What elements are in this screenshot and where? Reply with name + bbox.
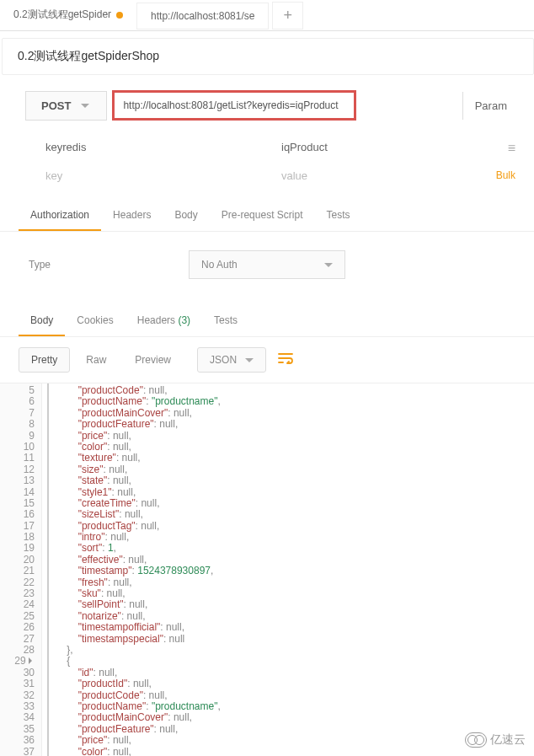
http-method-select[interactable]: POST (25, 91, 107, 121)
code-content[interactable]: "productCode": null, "productName": "pro… (47, 383, 534, 756)
response-code-view[interactable]: 5678910111213141516171819202122232425262… (0, 383, 534, 756)
param-value-placeholder[interactable]: value (281, 169, 496, 182)
http-method-label: POST (41, 99, 71, 112)
pretty-button[interactable]: Pretty (19, 347, 70, 373)
preview-button[interactable]: Preview (122, 347, 184, 373)
body-format-select[interactable]: JSON (197, 347, 266, 373)
auth-type-label: Type (29, 259, 189, 271)
tab-prerequest[interactable]: Pre-request Script (210, 201, 315, 231)
param-row-empty[interactable]: key value Bulk (45, 163, 515, 189)
resp-tab-body[interactable]: Body (19, 306, 65, 336)
line-gutter: 5678910111213141516171819202122232425262… (0, 383, 42, 756)
auth-section: Type No Auth (0, 232, 534, 298)
request-tabs: Authorization Headers Body Pre-request S… (0, 201, 534, 232)
auth-type-value: No Auth (201, 259, 238, 271)
unsaved-dot-icon (116, 12, 123, 19)
url-input[interactable] (115, 93, 354, 118)
tab-authorization[interactable]: Authorization (19, 201, 101, 231)
top-tabs-bar: 0.2测试线程getSpider http://localhost:8081/s… (0, 1, 534, 31)
chevron-down-icon (245, 358, 254, 362)
resp-tab-tests[interactable]: Tests (202, 306, 249, 336)
body-format-label: JSON (210, 354, 237, 366)
tab-body[interactable]: Body (163, 201, 209, 231)
param-value[interactable]: iqProduct (281, 141, 508, 156)
url-highlight-box (112, 90, 356, 121)
param-row[interactable]: keyredis iqProduct ≡ (45, 134, 515, 163)
auth-type-select[interactable]: No Auth (189, 250, 345, 279)
resp-tab-cookies[interactable]: Cookies (65, 306, 125, 336)
raw-button[interactable]: Raw (73, 347, 119, 373)
watermark-text: 亿速云 (490, 732, 526, 748)
tab-active-label: 0.2测试线程getSpider (13, 8, 111, 22)
resp-tab-headers-label: Headers (137, 314, 175, 326)
params-editor: keyredis iqProduct ≡ key value Bulk (0, 129, 534, 194)
request-title[interactable]: 0.2测试线程getSpiderShop (2, 38, 534, 75)
response-tabs: Body Cookies Headers (3) Tests (0, 306, 534, 337)
tab-inactive[interactable]: http://localhost:8081/se (136, 3, 269, 29)
param-key[interactable]: keyredis (45, 141, 281, 156)
tab-add-button[interactable]: + (272, 2, 303, 29)
tab-inactive-label: http://localhost:8081/se (151, 10, 254, 22)
watermark: 亿速云 (465, 732, 526, 748)
tab-tests[interactable]: Tests (314, 201, 361, 231)
tab-active[interactable]: 0.2测试线程getSpider (0, 1, 136, 30)
tab-headers[interactable]: Headers (101, 201, 163, 231)
chevron-down-icon (324, 263, 333, 267)
body-toolbar: Pretty Raw Preview JSON (0, 337, 534, 383)
param-key-placeholder[interactable]: key (45, 169, 281, 182)
chevron-down-icon (81, 104, 89, 108)
param-menu-icon[interactable]: ≡ (508, 141, 515, 156)
resp-tab-headers[interactable]: Headers (3) (125, 306, 202, 336)
watermark-icon (465, 732, 487, 748)
headers-count: (3) (178, 314, 190, 326)
line-wrap-icon[interactable] (278, 352, 293, 367)
request-row: POST Param (0, 75, 534, 129)
bulk-edit-link[interactable]: Bulk (496, 169, 515, 182)
params-button[interactable]: Param (462, 92, 519, 120)
